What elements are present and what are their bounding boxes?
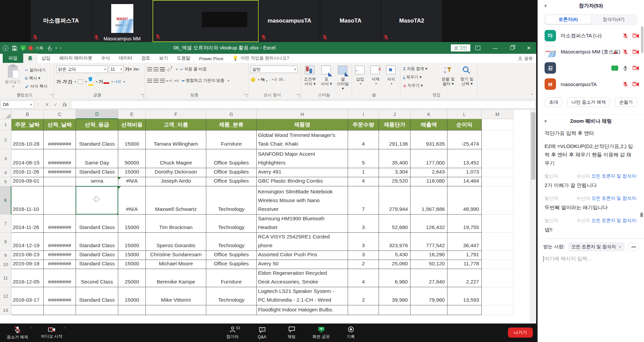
cell-L7[interactable]: 19,755 bbox=[447, 215, 482, 233]
cell-J7[interactable]: 52,680 bbox=[379, 215, 411, 233]
cancel-entry-icon[interactable]: ✕ bbox=[45, 102, 49, 107]
percent-icon[interactable]: % bbox=[261, 77, 265, 82]
cell-H7[interactable]: Samsung HM1900 Bluetooth Headset bbox=[257, 215, 348, 233]
chat-message-input[interactable]: 여기에 메시지 입력... bbox=[543, 256, 639, 262]
cell-L11[interactable]: 2,227 bbox=[447, 269, 482, 287]
cell-D9[interactable]: Standard Class bbox=[76, 251, 118, 260]
cell-C7[interactable]: ######## bbox=[44, 215, 76, 233]
fill-handle[interactable] bbox=[117, 213, 119, 215]
cell-J12[interactable]: 39,980 bbox=[379, 287, 411, 305]
row-header-12[interactable]: 12 bbox=[0, 287, 11, 305]
format-as-table-button[interactable]: 표서식 ▾ bbox=[318, 64, 335, 87]
cell-M12[interactable] bbox=[482, 287, 513, 305]
chat-more-button[interactable]: ••• bbox=[629, 243, 639, 251]
cell-M8[interactable] bbox=[482, 233, 513, 251]
font-name-combo[interactable]: 맑은 고딕▾ bbox=[56, 66, 108, 73]
cell-E2[interactable]: 15000 bbox=[118, 130, 146, 149]
header-cell-E1[interactable]: 선적비용 bbox=[118, 119, 146, 130]
header-cell-G1[interactable]: 제품_분류 bbox=[206, 119, 257, 130]
cell-E9[interactable]: 15000 bbox=[118, 251, 146, 260]
column-header-M[interactable]: M bbox=[482, 110, 513, 119]
cell-C4[interactable]: ######## bbox=[44, 168, 76, 177]
format-cells-button[interactable]: 서식▾ bbox=[384, 64, 398, 87]
minimize-button[interactable]: — bbox=[488, 42, 503, 54]
cell-L13[interactable] bbox=[447, 305, 482, 315]
ribbon-tab-삽입[interactable]: 삽입 bbox=[37, 54, 55, 63]
cell-G3[interactable]: Office Supplies bbox=[206, 149, 257, 168]
cell-I7[interactable]: 3 bbox=[348, 215, 379, 233]
cell-M4[interactable] bbox=[482, 168, 513, 177]
cut-button[interactable]: ✂잘라내기 bbox=[24, 67, 46, 73]
cell-L9[interactable]: 1,791 bbox=[447, 251, 482, 260]
cell-H3[interactable]: SANFORD Major Accent Highlighters bbox=[257, 149, 348, 168]
cell-G9[interactable]: Office Supplies bbox=[206, 251, 257, 260]
toolbar-참가자-button[interactable]: 53참가자 bbox=[220, 325, 245, 341]
cell-B4[interactable]: 2016-11-26 bbox=[11, 168, 44, 177]
participants-tab-참석자(47)[interactable]: 참석자(47) bbox=[591, 15, 636, 24]
orientation-icon[interactable]: 가↗ bbox=[165, 65, 175, 74]
participants-button-나만 음소거 해제[interactable]: 나만 음소거 해제 bbox=[567, 98, 610, 107]
participants-tab-토론자(6)[interactable]: 토론자(6) bbox=[546, 15, 591, 24]
column-header-B[interactable]: B bbox=[11, 110, 44, 119]
cell-J11[interactable]: 6,960 bbox=[379, 269, 411, 287]
cell-L2[interactable]: -25,474 bbox=[447, 130, 482, 149]
cell-H5[interactable]: GBC Plastic Binding Combs bbox=[257, 177, 348, 186]
header-cell-L1[interactable]: 순이익 bbox=[447, 119, 482, 130]
cell-F8[interactable]: Speros Goranitis bbox=[146, 233, 206, 251]
cell-K2[interactable]: 931,635 bbox=[411, 130, 447, 149]
cell-K7[interactable]: 126,432 bbox=[411, 215, 447, 233]
cell-G12[interactable]: Technology bbox=[206, 287, 257, 305]
ribbon-tab-수식[interactable]: 수식 bbox=[97, 54, 115, 63]
cell-K10[interactable]: 50,120 bbox=[411, 260, 447, 269]
column-header-E[interactable]: E bbox=[118, 110, 146, 119]
cell-D10[interactable]: Standard Class bbox=[76, 260, 118, 269]
video-tile-마소캠퍼스TA[interactable]: 마소캠퍼스TA bbox=[30, 0, 91, 42]
cell-L6[interactable]: 48,990 bbox=[447, 186, 482, 215]
column-header-F[interactable]: F bbox=[146, 110, 206, 119]
increase-decimal-icon[interactable]: ←+.0 bbox=[269, 78, 277, 81]
select-all-corner[interactable] bbox=[0, 110, 11, 119]
font-dialog-launcher[interactable] bbox=[140, 94, 144, 98]
leave-button[interactable]: 나가기 bbox=[508, 328, 533, 338]
cell-I9[interactable]: 3 bbox=[348, 251, 379, 260]
cell-J4[interactable]: 3,304 bbox=[379, 168, 411, 177]
cell-G10[interactable]: Office Supplies bbox=[206, 260, 257, 269]
cell-E4[interactable]: 15000 bbox=[118, 168, 146, 177]
format-painter-button[interactable]: 🖌서식 복사 bbox=[24, 83, 48, 89]
login-button[interactable]: 로그인 bbox=[451, 44, 470, 51]
column-header-C[interactable]: C bbox=[44, 110, 76, 119]
cell-D13[interactable] bbox=[76, 305, 118, 315]
ribbon-tab-데이터[interactable]: 데이터 bbox=[115, 54, 137, 63]
toolbar-Q&A-button[interactable]: ?Q&A bbox=[250, 325, 274, 341]
cell-D8[interactable]: Standard Class bbox=[76, 233, 118, 251]
merge-center-button[interactable]: ⬌병합하고 가운데 맞춤 bbox=[180, 77, 225, 84]
insert-function-icon[interactable]: fx bbox=[62, 102, 67, 107]
cell-J9[interactable]: 5,430 bbox=[379, 251, 411, 260]
cell-C10[interactable]: ######## bbox=[44, 260, 76, 269]
participants-button-손들기[interactable]: 손들기 bbox=[615, 98, 637, 107]
cell-H9[interactable]: Assorted Color Push Pins bbox=[257, 251, 348, 260]
column-header-J[interactable]: J bbox=[379, 110, 411, 119]
number-format-combo[interactable]: 일반▾ bbox=[251, 66, 298, 73]
ribbon-tab-페이지 레이아웃[interactable]: 페이지 레이아웃 bbox=[55, 54, 97, 63]
chat-scrollbar[interactable] bbox=[640, 213, 643, 217]
row-header-13[interactable]: 13 bbox=[0, 305, 11, 315]
cell-K13[interactable] bbox=[411, 305, 447, 315]
cell-G8[interactable]: Technology bbox=[206, 233, 257, 251]
cell-E10[interactable]: 15000 bbox=[118, 260, 146, 269]
toolbar-mic-slash-button[interactable]: 음소거 해제⌃ bbox=[2, 325, 33, 341]
cell-E3[interactable]: 50000 bbox=[118, 149, 146, 168]
decrease-decimal-icon[interactable]: .00→ bbox=[278, 78, 286, 81]
collapse-participants-icon[interactable]: ∨ bbox=[544, 3, 547, 8]
vertical-scrollbar[interactable] bbox=[530, 110, 536, 324]
cell-C12[interactable]: ######## bbox=[44, 287, 76, 305]
row-header-2[interactable]: 2 bbox=[0, 130, 11, 149]
cell-D11[interactable]: Second Class bbox=[76, 269, 118, 287]
cell-B10[interactable]: 2015-09-18 bbox=[11, 260, 44, 269]
participant-row[interactable]: 마마소캠퍼스TA (나) bbox=[538, 28, 644, 44]
cell-I11[interactable]: 4 bbox=[348, 269, 379, 287]
column-header-L[interactable]: L bbox=[447, 110, 482, 119]
autosum-button[interactable]: Σ자동 합계 ▾ bbox=[402, 66, 428, 72]
header-cell-I1[interactable]: 주문수량 bbox=[348, 119, 379, 130]
cell-G7[interactable]: Technology bbox=[206, 215, 257, 233]
